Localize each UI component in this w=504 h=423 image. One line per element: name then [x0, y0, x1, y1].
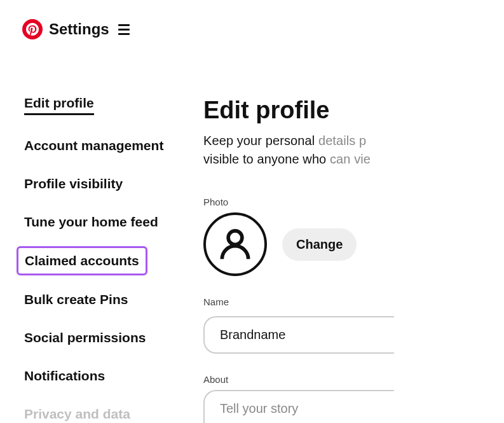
pinterest-logo-icon[interactable]: [22, 19, 43, 39]
about-input[interactable]: Tell your story: [203, 390, 394, 423]
sidebar-item-account-management[interactable]: Account management: [24, 138, 163, 153]
sidebar: Edit profile Account management Profile …: [0, 95, 203, 423]
sidebar-item-social-permissions[interactable]: Social permissions: [24, 330, 146, 345]
sidebar-item-edit-profile[interactable]: Edit profile: [24, 95, 94, 115]
hamburger-menu-icon[interactable]: [118, 24, 130, 35]
header-title: Settings: [49, 20, 109, 38]
photo-section: Photo Change: [203, 197, 504, 276]
about-label: About: [203, 374, 504, 385]
about-section: About Tell your story: [203, 374, 504, 423]
name-label: Name: [203, 296, 504, 307]
change-photo-button[interactable]: Change: [282, 228, 357, 261]
header: Settings: [0, 0, 504, 39]
sidebar-item-profile-visibility[interactable]: Profile visibility: [24, 176, 123, 191]
sidebar-item-claimed-accounts[interactable]: Claimed accounts: [17, 246, 147, 275]
svg-point-0: [228, 231, 242, 245]
name-section: Name: [203, 296, 504, 354]
page-title: Edit profile: [203, 97, 504, 124]
sidebar-item-bulk-create-pins[interactable]: Bulk create Pins: [24, 292, 128, 307]
name-input[interactable]: [203, 316, 394, 354]
main-content: Edit profile Keep your personal details …: [203, 95, 504, 423]
avatar[interactable]: [203, 212, 267, 276]
sidebar-item-privacy-data[interactable]: Privacy and data: [24, 406, 130, 422]
page-subtitle: Keep your personal details p visible to …: [203, 132, 504, 169]
sidebar-item-notifications[interactable]: Notifications: [24, 368, 105, 384]
photo-label: Photo: [203, 197, 504, 207]
sidebar-item-tune-home-feed[interactable]: Tune your home feed: [24, 214, 158, 230]
